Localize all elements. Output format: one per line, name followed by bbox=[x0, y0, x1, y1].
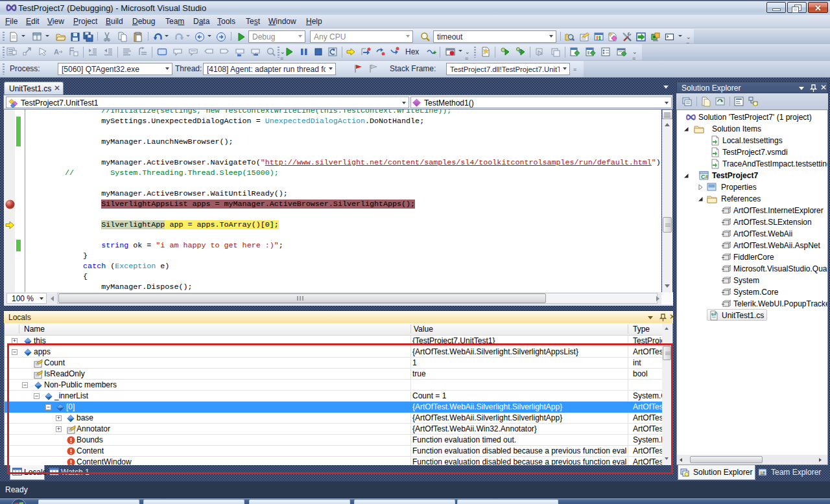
svg-text:c#: c# bbox=[711, 312, 717, 316]
svg-text:C#: C# bbox=[701, 174, 709, 180]
svg-text:A: A bbox=[54, 48, 59, 56]
